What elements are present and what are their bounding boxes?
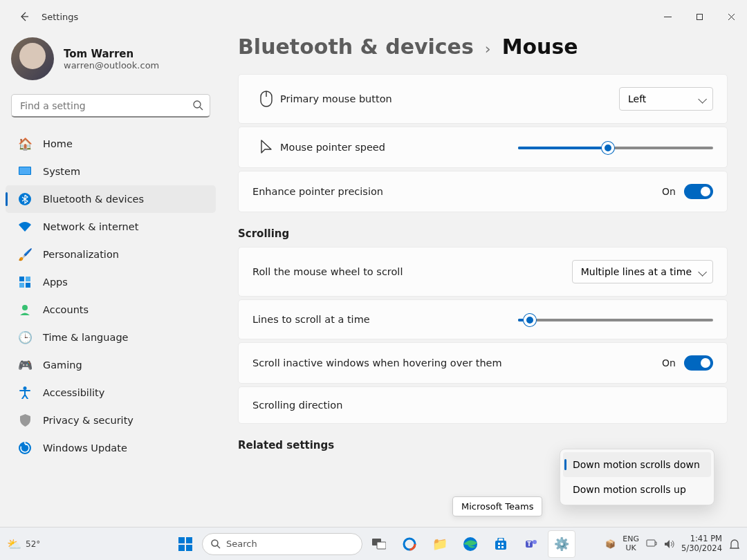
taskbar-search[interactable]: Search — [202, 533, 362, 555]
pointer-speed-slider[interactable] — [518, 140, 713, 154]
start-button[interactable] — [172, 530, 199, 558]
svg-rect-14 — [178, 537, 185, 543]
nav-label: Personalization — [43, 249, 119, 260]
setting-label: Roll the mouse wheel to scroll — [252, 266, 403, 277]
slider-fill — [518, 147, 608, 149]
svg-rect-7 — [19, 283, 24, 288]
file-explorer-button[interactable]: 📁 — [426, 530, 454, 558]
enhance-precision-toggle[interactable] — [684, 184, 713, 199]
apps-icon — [18, 275, 32, 289]
nav-label: Apps — [43, 277, 68, 288]
nav-list: 🏠Home System Bluetooth & devices Network… — [6, 130, 216, 462]
svg-rect-16 — [178, 545, 185, 551]
search-input[interactable] — [11, 94, 210, 118]
roll-wheel-row: Roll the mouse wheel to scroll Multiple … — [238, 247, 728, 297]
taskbar: ⛅ 52° Search 📁 T ⚙️ 📦 ENG UK 1:41 PM 5/3… — [0, 527, 747, 560]
user-profile[interactable]: Tom Warren warren@outlook.com — [6, 33, 216, 91]
svg-point-18 — [212, 540, 218, 546]
nav-label: System — [43, 166, 80, 177]
sidebar-item-system[interactable]: System — [6, 158, 216, 185]
back-button[interactable] — [12, 5, 36, 28]
tray-volume-icon[interactable] — [664, 539, 674, 549]
nav-label: Network & internet — [43, 221, 138, 232]
slider-thumb[interactable] — [602, 142, 614, 154]
setting-label: Lines to scroll at a time — [252, 314, 370, 325]
svg-rect-15 — [186, 537, 192, 543]
user-email: warren@outlook.com — [64, 60, 159, 71]
setting-label: Enhance pointer precision — [252, 186, 383, 197]
setting-label: Scroll inactive windows when hovering ov… — [252, 357, 502, 368]
slider-thumb[interactable] — [524, 314, 536, 326]
close-icon — [728, 13, 735, 21]
scroll-inactive-toggle[interactable] — [684, 355, 713, 371]
scroll-direction-option-down[interactable]: Down motion scrolls down — [563, 452, 711, 477]
lines-to-scroll-slider[interactable] — [518, 312, 713, 326]
weather-widget[interactable]: ⛅ 52° — [7, 537, 40, 551]
edge-button[interactable] — [456, 530, 484, 558]
task-view-button[interactable] — [365, 530, 393, 558]
copilot-button[interactable] — [396, 530, 423, 558]
sidebar-item-accessibility[interactable]: Accessibility — [6, 379, 216, 407]
svg-rect-24 — [495, 541, 506, 550]
svg-rect-6 — [26, 277, 30, 281]
tray-network-icon[interactable] — [646, 539, 657, 549]
sidebar-item-gaming[interactable]: 🎮Gaming — [6, 351, 216, 379]
arrow-left-icon — [19, 11, 30, 22]
svg-rect-17 — [186, 545, 192, 551]
sidebar-item-bluetooth-devices[interactable]: Bluetooth & devices — [6, 185, 216, 213]
avatar — [11, 37, 54, 80]
svg-rect-3 — [19, 167, 30, 174]
sidebar-item-apps[interactable]: Apps — [6, 268, 216, 296]
bluetooth-icon — [18, 192, 32, 206]
user-name: Tom Warren — [64, 48, 159, 60]
shield-icon — [18, 413, 32, 427]
sidebar-item-privacy-security[interactable]: Privacy & security — [6, 407, 216, 434]
maximize-button[interactable] — [683, 6, 715, 28]
accessibility-icon — [18, 386, 32, 400]
teams-button[interactable]: T — [517, 530, 545, 558]
svg-point-31 — [533, 540, 537, 544]
breadcrumb-parent[interactable]: Bluetooth & devices — [238, 35, 474, 59]
search-icon — [211, 539, 221, 549]
language-indicator[interactable]: ENG UK — [622, 535, 639, 552]
primary-button-dropdown[interactable]: Left — [619, 87, 713, 111]
sidebar-item-windows-update[interactable]: Windows Update — [6, 434, 216, 462]
window-title: Settings — [42, 12, 78, 22]
svg-text:T: T — [527, 541, 531, 548]
nav-label: Time & language — [43, 332, 129, 343]
search-icon — [193, 100, 203, 111]
svg-rect-27 — [498, 546, 500, 548]
sidebar-item-network-internet[interactable]: Network & internet — [6, 213, 216, 241]
search-box — [11, 94, 210, 118]
svg-point-9 — [22, 305, 28, 310]
toggle-state-label: On — [662, 357, 676, 368]
mouse-icon — [252, 91, 280, 107]
primary-mouse-button-row: Primary mouse button Left — [238, 74, 728, 124]
nav-label: Gaming — [43, 360, 82, 371]
weather-temp: 52° — [26, 539, 40, 549]
toggle-state-label: On — [662, 186, 676, 197]
roll-wheel-dropdown[interactable]: Multiple lines at a time — [572, 260, 713, 283]
sidebar-item-home[interactable]: 🏠Home — [6, 130, 216, 158]
clock[interactable]: 1:41 PM 5/30/2024 — [681, 534, 722, 552]
svg-point-1 — [194, 101, 201, 108]
minimize-button[interactable] — [652, 6, 683, 28]
system-icon — [18, 165, 32, 178]
titlebar: Settings — [0, 0, 747, 33]
sidebar-item-time-language[interactable]: 🕒Time & language — [6, 324, 216, 351]
setting-label: Primary mouse button — [280, 93, 392, 104]
svg-rect-32 — [647, 540, 655, 546]
store-button[interactable] — [487, 530, 515, 558]
sidebar-item-accounts[interactable]: Accounts — [6, 296, 216, 324]
breadcrumb: Bluetooth & devices › Mouse — [238, 35, 728, 59]
close-button[interactable] — [715, 6, 747, 28]
taskbar-center: Search 📁 T ⚙️ — [172, 530, 575, 558]
notifications-icon[interactable] — [729, 539, 740, 550]
gamepad-icon: 🎮 — [18, 358, 32, 372]
brush-icon: 🖌️ — [18, 248, 32, 261]
settings-button[interactable]: ⚙️ — [548, 530, 575, 558]
sidebar-item-personalization[interactable]: 🖌️Personalization — [6, 241, 216, 268]
scroll-direction-option-up[interactable]: Down motion scrolls up — [563, 477, 711, 502]
clock-globe-icon: 🕒 — [18, 330, 32, 344]
tray-devbox-icon[interactable]: 📦 — [605, 539, 616, 549]
